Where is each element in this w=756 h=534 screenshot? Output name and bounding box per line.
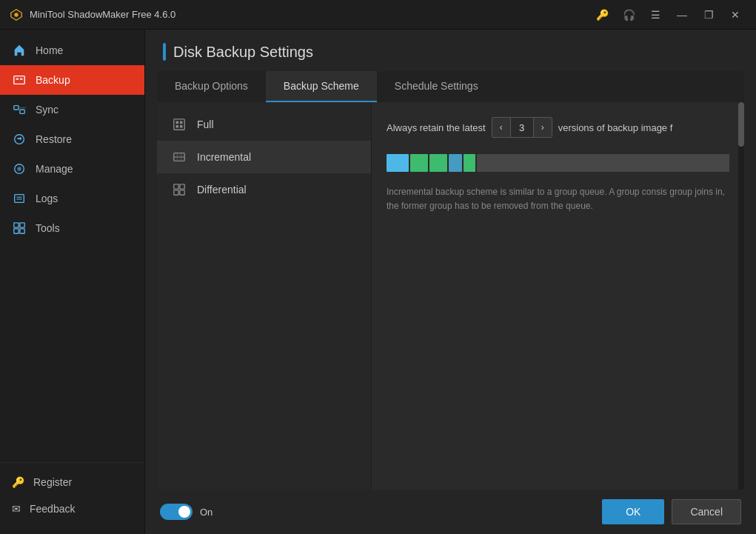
sidebar: Home Backup xyxy=(0,30,145,534)
differential-scheme-label: Differential xyxy=(197,184,247,196)
svg-rect-29 xyxy=(174,190,178,195)
headset-icon[interactable]: 🎧 xyxy=(617,4,640,25)
viz-bar-1 xyxy=(387,154,409,172)
sidebar-item-restore[interactable]: Restore xyxy=(0,124,144,154)
tools-icon xyxy=(12,221,27,236)
tab-schedule-settings[interactable]: Schedule Settings xyxy=(377,71,496,102)
incremental-scheme-label: Incremental xyxy=(197,151,251,163)
logs-icon xyxy=(12,191,27,206)
scheme-list: Full Incremental xyxy=(157,102,372,490)
decrement-button[interactable]: ‹ xyxy=(492,118,510,137)
sidebar-label-manage: Manage xyxy=(36,163,73,175)
feedback-mail-icon: ✉ xyxy=(12,503,21,515)
retain-value: 3 xyxy=(510,118,534,137)
viz-bar-2 xyxy=(410,154,428,172)
dialog-footer: On OK Cancel xyxy=(145,490,756,534)
sidebar-bottom: 🔑 Register ✉ Feedback xyxy=(0,462,144,534)
sidebar-nav: Home Backup xyxy=(0,30,144,462)
svg-point-1 xyxy=(14,13,18,16)
sidebar-item-home[interactable]: Home xyxy=(0,36,144,65)
increment-button[interactable]: › xyxy=(534,118,552,137)
svg-rect-2 xyxy=(14,76,24,84)
svg-rect-6 xyxy=(20,110,24,113)
sidebar-item-sync[interactable]: Sync xyxy=(0,95,144,124)
scheme-item-full[interactable]: Full xyxy=(157,108,371,141)
page-title: Disk Backup Settings xyxy=(173,44,313,61)
sidebar-label-backup: Backup xyxy=(36,74,70,86)
svg-rect-18 xyxy=(174,119,184,130)
sidebar-label-tools: Tools xyxy=(36,222,60,234)
menu-icon[interactable]: ☰ xyxy=(643,4,667,25)
app-logo-icon xyxy=(9,7,24,22)
sidebar-label-home: Home xyxy=(36,44,63,56)
svg-rect-16 xyxy=(14,229,19,233)
scheme-description: Incremental backup scheme is similar to … xyxy=(387,185,729,213)
maximize-button[interactable]: ❐ xyxy=(697,4,720,25)
sidebar-label-feedback: Feedback xyxy=(30,503,75,515)
svg-rect-28 xyxy=(180,184,184,189)
title-bar: MiniTool ShadowMaker Free 4.6.0 🔑 🎧 ☰ — … xyxy=(0,0,756,30)
sidebar-item-feedback[interactable]: ✉ Feedback xyxy=(0,495,144,522)
svg-rect-3 xyxy=(16,78,19,80)
sidebar-label-sync: Sync xyxy=(36,104,58,116)
svg-rect-4 xyxy=(20,78,23,80)
sidebar-label-restore: Restore xyxy=(36,133,72,145)
retain-label: Always retain the latest xyxy=(387,122,486,133)
sync-icon xyxy=(12,102,27,117)
backup-icon xyxy=(12,73,27,87)
ok-button[interactable]: OK xyxy=(602,499,664,524)
scrollbar-track[interactable] xyxy=(738,102,744,490)
svg-point-10 xyxy=(17,167,21,170)
svg-rect-20 xyxy=(180,121,183,124)
svg-rect-19 xyxy=(176,121,179,124)
svg-rect-27 xyxy=(174,184,178,189)
toggle-knob xyxy=(178,506,190,518)
svg-rect-30 xyxy=(180,190,184,195)
main-layout: Home Backup xyxy=(0,30,756,534)
differential-scheme-icon xyxy=(172,182,187,197)
sidebar-item-tools[interactable]: Tools xyxy=(0,213,144,243)
toggle-label: On xyxy=(200,507,213,518)
toggle-area: On xyxy=(160,504,213,520)
sidebar-item-logs[interactable]: Logs xyxy=(0,184,144,213)
sidebar-label-register: Register xyxy=(33,476,72,488)
sidebar-item-manage[interactable]: Manage xyxy=(0,154,144,184)
minimize-button[interactable]: — xyxy=(670,4,694,25)
page-header: Disk Backup Settings xyxy=(145,30,756,71)
tab-backup-scheme[interactable]: Backup Scheme xyxy=(266,71,377,102)
backup-visualization xyxy=(387,153,729,173)
viz-bar-5 xyxy=(464,154,475,172)
svg-rect-21 xyxy=(176,125,179,128)
retain-suffix: versions of backup image f xyxy=(558,122,673,133)
retain-row: Always retain the latest ‹ 3 › versions … xyxy=(387,117,729,138)
register-key-icon: 🔑 xyxy=(12,476,24,488)
cancel-button[interactable]: Cancel xyxy=(672,499,741,524)
close-button[interactable]: ✕ xyxy=(723,4,747,25)
register-icon[interactable]: 🔑 xyxy=(590,4,614,25)
tab-row: Backup Options Backup Scheme Schedule Se… xyxy=(157,71,744,102)
window-controls: 🔑 🎧 ☰ — ❐ ✕ xyxy=(590,4,747,25)
manage-icon xyxy=(12,161,27,176)
app-title: MiniTool ShadowMaker Free 4.6.0 xyxy=(30,9,590,20)
restore-icon xyxy=(12,132,27,147)
home-icon xyxy=(12,43,27,58)
tab-body: Full Incremental xyxy=(157,102,744,490)
tab-backup-options[interactable]: Backup Options xyxy=(157,71,266,102)
svg-rect-11 xyxy=(15,195,24,203)
sidebar-item-register[interactable]: 🔑 Register xyxy=(0,469,144,495)
sidebar-item-backup[interactable]: Backup xyxy=(0,65,144,95)
toggle-switch[interactable] xyxy=(160,504,193,520)
viz-bar-4 xyxy=(449,154,462,172)
scheme-item-incremental[interactable]: Incremental xyxy=(157,141,371,173)
svg-rect-15 xyxy=(20,223,24,227)
svg-rect-14 xyxy=(14,223,19,227)
full-scheme-icon xyxy=(172,117,187,132)
sidebar-label-logs: Logs xyxy=(36,193,58,204)
dialog-content: Backup Options Backup Scheme Schedule Se… xyxy=(157,71,744,490)
svg-rect-22 xyxy=(180,125,183,128)
viz-bar-empty xyxy=(477,154,729,172)
scrollbar-thumb[interactable] xyxy=(738,102,744,147)
scheme-detail: Always retain the latest ‹ 3 › versions … xyxy=(372,102,744,228)
header-accent-bar xyxy=(163,43,166,61)
scheme-item-differential[interactable]: Differential xyxy=(157,173,371,206)
